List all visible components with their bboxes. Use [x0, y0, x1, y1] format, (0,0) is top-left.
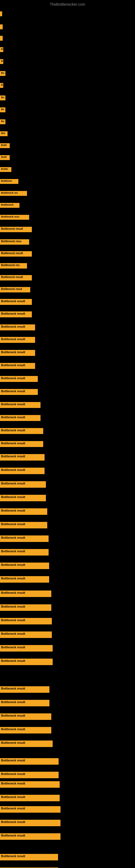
label-text-38: Bottleneck result	[0, 468, 45, 474]
label-item-29: Bottleneck result	[0, 350, 35, 357]
label-item-12: Bottl	[0, 143, 10, 149]
label-item-58: Bottleneck result	[0, 758, 58, 766]
label-item-8: Bo	[0, 95, 5, 101]
label-text-39: Bottleneck result	[0, 481, 46, 488]
label-item-37: Bottleneck result	[0, 454, 45, 462]
label-text-27: Bottleneck result	[0, 324, 35, 330]
label-item-47: Bottleneck result	[0, 590, 51, 598]
label-text-11: Bot	[0, 131, 8, 136]
label-text-56: Bottleneck result	[0, 727, 51, 734]
label-item-39: Bottleneck result	[0, 481, 46, 489]
label-item-6: Bo	[0, 71, 5, 77]
label-text-45: Bottleneck result	[0, 563, 49, 569]
label-item-24: Bottleneck resul	[0, 287, 30, 293]
label-text-62: Bottleneck result	[0, 806, 60, 813]
label-item-63: Bottleneck result	[0, 820, 60, 827]
label-text-60: Bottleneck result	[0, 781, 60, 788]
label-item-7: B	[0, 83, 3, 89]
label-text-42: Bottleneck result	[0, 522, 47, 528]
label-item-40: Bottleneck result	[0, 495, 46, 502]
label-text-40: Bottleneck result	[0, 495, 46, 501]
label-text-50: Bottleneck result	[0, 631, 52, 638]
label-text-15: Bottlenec	[0, 179, 18, 184]
label-text-63: Bottleneck result	[0, 820, 60, 826]
label-text-43: Bottleneck result	[0, 535, 49, 542]
label-item-20: Bottleneck resu	[0, 239, 29, 246]
label-text-4: B	[0, 47, 3, 52]
label-text-46: Bottleneck result	[0, 576, 49, 583]
label-item-13: Bottl	[0, 155, 10, 161]
label-item-33: Bottleneck result	[0, 402, 41, 409]
label-item-9: Bo	[0, 107, 5, 113]
label-text-9: Bo	[0, 107, 5, 112]
label-text-28: Bottleneck result	[0, 337, 35, 343]
label-text-44: Bottleneck result	[0, 549, 49, 556]
label-item-32: Bottleneck result	[0, 389, 38, 396]
label-item-46: Bottleneck result	[0, 576, 49, 584]
label-item-11: Bot	[0, 131, 8, 137]
label-item-19: Bottleneck result	[0, 227, 32, 233]
label-text-2	[0, 24, 3, 29]
label-item-16: Bottleneck res	[0, 191, 27, 197]
label-text-23: Bottleneck result	[0, 275, 32, 280]
label-item-22: Bottleneck res	[0, 263, 27, 270]
label-text-65: Bottleneck result	[0, 854, 58, 860]
label-item-43: Bottleneck result	[0, 535, 49, 543]
label-item-57: Bottleneck result	[0, 741, 53, 748]
label-item-25: Bottleneck result	[0, 299, 32, 306]
label-text-19: Bottleneck result	[0, 227, 32, 232]
label-item-31: Bottleneck result	[0, 376, 38, 383]
label-text-8: Bo	[0, 95, 5, 100]
label-item-26: Bottleneck result	[0, 311, 32, 318]
label-text-55: Bottleneck result	[0, 713, 51, 720]
label-text-13: Bottl	[0, 155, 10, 160]
label-text-64: Bottleneck result	[0, 833, 60, 840]
label-item-62: Bottleneck result	[0, 806, 60, 814]
label-item-30: Bottleneck result	[0, 363, 35, 370]
label-text-7: B	[0, 83, 3, 88]
label-text-17: Bottleneck	[0, 203, 19, 208]
label-item-55: Bottleneck result	[0, 713, 51, 721]
label-item-14: Bottle	[0, 167, 11, 173]
label-text-6: Bo	[0, 71, 5, 76]
label-item-50: Bottleneck result	[0, 631, 52, 639]
label-text-33: Bottleneck result	[0, 402, 41, 408]
label-text-49: Bottleneck result	[0, 618, 52, 624]
label-text-10: Bo	[0, 119, 5, 124]
label-item-42: Bottleneck result	[0, 522, 47, 529]
label-item-28: Bottleneck result	[0, 337, 35, 344]
label-item-65: Bottleneck result	[0, 854, 58, 862]
label-item-60: Bottleneck result	[0, 781, 60, 789]
label-item-51: Bottleneck result	[0, 645, 53, 653]
label-item-59: Bottleneck result	[0, 772, 58, 779]
label-text-24: Bottleneck resul	[0, 287, 30, 292]
label-text-25: Bottleneck result	[0, 299, 32, 305]
label-item-3	[0, 36, 3, 42]
label-text-48: Bottleneck result	[0, 604, 51, 611]
label-item-45: Bottleneck result	[0, 563, 49, 570]
label-item-35: Bottleneck result	[0, 428, 43, 435]
label-text-30: Bottleneck result	[0, 363, 35, 369]
label-text-20: Bottleneck resu	[0, 239, 29, 245]
label-text-31: Bottleneck result	[0, 376, 38, 382]
label-item-23: Bottleneck result	[0, 275, 32, 282]
label-text-59: Bottleneck result	[0, 772, 58, 778]
label-item-52: Bottleneck result	[0, 659, 53, 666]
label-text-14: Bottle	[0, 167, 11, 172]
label-text-51: Bottleneck result	[0, 645, 53, 652]
label-text-18: Bottleneck resu	[0, 215, 29, 220]
label-item-64: Bottleneck result	[0, 833, 60, 841]
label-item-48: Bottleneck result	[0, 604, 51, 612]
label-text-41: Bottleneck result	[0, 508, 47, 515]
label-text-29: Bottleneck result	[0, 350, 35, 356]
label-text-52: Bottleneck result	[0, 659, 53, 665]
label-item-44: Bottleneck result	[0, 549, 49, 557]
label-item-17: Bottleneck	[0, 203, 19, 209]
label-item-1	[0, 11, 2, 18]
label-item-4: B	[0, 47, 3, 53]
label-item-5: B	[0, 59, 3, 65]
label-text-1	[0, 11, 2, 16]
label-item-2	[0, 24, 3, 30]
label-text-57: Bottleneck result	[0, 741, 53, 747]
label-text-35: Bottleneck result	[0, 428, 43, 434]
